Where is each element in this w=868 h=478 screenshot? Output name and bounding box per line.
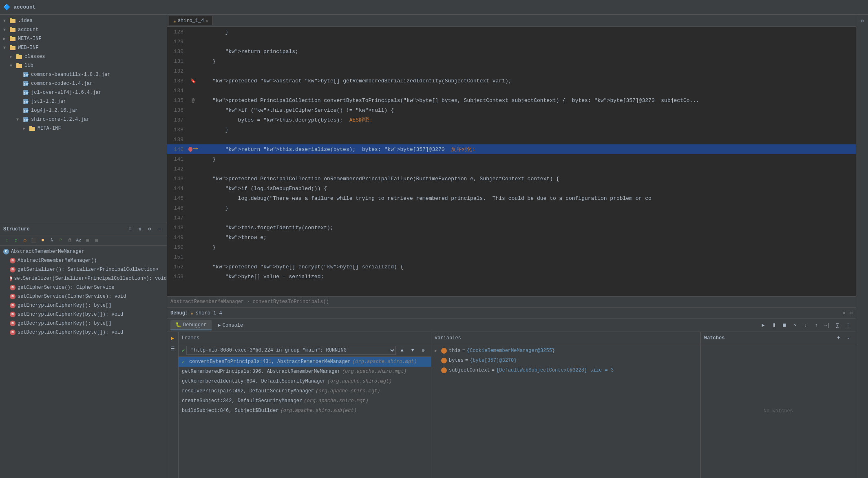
- show-annotations-icon[interactable]: @: [66, 237, 73, 244]
- line-number: 136: [167, 107, 188, 113]
- editor-tab-shiro[interactable]: ☕ shiro_1_4 ✕: [169, 16, 212, 25]
- tree-item[interactable]: ▶classes: [0, 52, 167, 61]
- struct-class-item[interactable]: CAbstractRememberMeManager: [0, 247, 167, 256]
- struct-method-item[interactable]: mAbstractRememberMeManager(): [0, 256, 167, 265]
- tree-item[interactable]: ▼WEB-INF: [0, 43, 167, 52]
- tree-label: classes: [24, 54, 45, 60]
- line-number: 152: [167, 264, 188, 270]
- tree-item[interactable]: ▼jarshiro-core-1.2.4.jar: [0, 115, 167, 124]
- close-tab-btn[interactable]: ✕: [205, 18, 208, 23]
- code-line: 132: [167, 66, 856, 76]
- struct-method-item[interactable]: mgetDecryptionCipherKey(): byte[]: [0, 319, 167, 328]
- settings-btn[interactable]: ⚙: [146, 225, 154, 233]
- tree-item[interactable]: ▼lib: [0, 61, 167, 70]
- resume-btn[interactable]: ▶: [759, 321, 768, 330]
- tree-item[interactable]: jarcommons-beanutils-1.8.3.jar: [0, 70, 167, 79]
- step-out-btn[interactable]: ↑: [812, 321, 821, 330]
- step-over-btn[interactable]: ↷: [791, 321, 800, 330]
- thread-status-icon: ✔: [182, 347, 185, 354]
- thread-nav-down-btn[interactable]: ▼: [408, 346, 417, 355]
- struct-method-item[interactable]: msetDecryptionCipherKey(byte[]): void: [0, 328, 167, 337]
- line-code-text: "kw">protected "kw">byte[] encrypt("kw">…: [198, 264, 856, 270]
- group-by-visibility-icon[interactable]: ⊞: [84, 237, 91, 244]
- show-methods-icon[interactable]: ■: [39, 237, 46, 244]
- struct-method-label: setDecryptionCipherKey(byte[]): void: [18, 330, 123, 335]
- tree-item[interactable]: jarcommons-codec-1.4.jar: [0, 79, 167, 88]
- stop-btn[interactable]: ⏹: [780, 321, 789, 330]
- tree-item[interactable]: ▶META-INF: [0, 124, 167, 133]
- frame-item[interactable]: ✔convertBytesToPrincipals:431, AbstractR…: [179, 357, 431, 367]
- tree-label: commons-codec-1.4.jar: [31, 81, 93, 86]
- run-to-cursor-btn[interactable]: →|: [822, 321, 831, 330]
- frame-item[interactable]: getRememberedIdentity:604, DefaultSecuri…: [179, 376, 431, 386]
- add-watch-btn[interactable]: +: [835, 334, 843, 342]
- sort-alpha-btn[interactable]: ≡: [126, 225, 134, 233]
- current-thread-btn[interactable]: ▶: [168, 334, 177, 343]
- svg-rect-25: [29, 126, 32, 127]
- frame-item[interactable]: createSubject:342, DefaultSecurityManage…: [179, 396, 431, 406]
- alphabetically-icon[interactable]: Az: [75, 237, 82, 244]
- watches-header: Watches + -: [701, 332, 856, 344]
- struct-method-item[interactable]: msetEncryptionCipherKey(byte[]): void: [0, 310, 167, 319]
- tab-console[interactable]: ▶ Console: [213, 321, 248, 330]
- frame-item[interactable]: getRememberedPrincipals:396, AbstractRem…: [179, 367, 431, 376]
- tree-item[interactable]: ▼account: [0, 25, 167, 34]
- tree-icon: [9, 18, 16, 24]
- frame-item[interactable]: buildSubject:846, Subject$Builder (org.a…: [179, 406, 431, 416]
- expand-all-icon[interactable]: ↕: [3, 237, 11, 244]
- svg-text:jar: jar: [24, 91, 29, 95]
- more-options-btn[interactable]: ⋮: [844, 321, 853, 330]
- thread-filter-btn[interactable]: ⊜: [419, 346, 428, 355]
- show-fields-icon[interactable]: ⬛: [30, 237, 38, 244]
- tree-item[interactable]: ▶META-INF: [0, 34, 167, 43]
- var-name-text: bytes: [449, 358, 464, 363]
- close-structure-btn[interactable]: —: [155, 225, 163, 233]
- collapse-all-icon[interactable]: ↧: [12, 237, 20, 244]
- struct-method-item[interactable]: mgetSerializer(): Serializer<PrincipalCo…: [0, 265, 167, 274]
- struct-method-item[interactable]: mgetCipherService(): CipherService: [0, 283, 167, 292]
- line-number: 138: [167, 127, 188, 133]
- tree-icon: jar: [22, 80, 29, 87]
- show-inherited-icon[interactable]: ◯: [21, 237, 29, 244]
- line-code-text: }: [198, 29, 856, 35]
- filter-icon[interactable]: ⊟: [93, 237, 100, 244]
- step-into-btn[interactable]: ↓: [801, 321, 810, 330]
- var-item[interactable]: bytes = {byte[357]@3270}: [431, 356, 700, 365]
- thread-dropdown[interactable]: "http-nio-8080-exec-3"@3,224 in group "m…: [186, 346, 396, 355]
- debug-close-icon[interactable]: ✕: [843, 310, 846, 316]
- line-number: 144: [167, 186, 188, 192]
- thread-list-btn[interactable]: ☰: [168, 344, 177, 353]
- struct-method-item[interactable]: msetSerializer(Serializer<PrincipalColle…: [0, 274, 167, 283]
- show-anonymous-icon[interactable]: λ: [48, 237, 55, 244]
- var-item[interactable]: ▶this = {CookieRememberMeManager@3255}: [431, 346, 700, 356]
- code-line: 140⭢ "kw">return "kw">this.deserialize(b…: [167, 144, 856, 154]
- svg-rect-4: [10, 37, 15, 41]
- pause-btn[interactable]: ⏸: [769, 321, 778, 330]
- tree-item[interactable]: jarlog4j-1.2.16.jar: [0, 106, 167, 115]
- sort-outline-btn[interactable]: ⇅: [136, 225, 144, 233]
- debug-settings-icon[interactable]: ⚙: [850, 310, 853, 316]
- show-public-icon[interactable]: P: [57, 237, 64, 244]
- var-value-text: {DefaultWebSubjectContext@3228} size = 3: [496, 367, 614, 373]
- struct-method-item[interactable]: msetCipherService(CipherService): void: [0, 292, 167, 301]
- remove-watch-btn[interactable]: -: [844, 334, 853, 342]
- struct-method-item[interactable]: mgetEncryptionCipherKey(): byte[]: [0, 301, 167, 310]
- var-name-text: subjectContext: [449, 367, 490, 373]
- thread-nav-up-btn[interactable]: ▲: [398, 346, 406, 355]
- tree-item[interactable]: jarjstl-1.2.jar: [0, 97, 167, 106]
- tree-item[interactable]: jarjcl-over-slf4j-1.6.4.jar: [0, 88, 167, 97]
- evaluate-expression-btn[interactable]: ∑: [833, 321, 842, 330]
- right-settings-btn[interactable]: ⚙: [858, 16, 867, 25]
- line-number: 143: [167, 176, 188, 182]
- line-code-text: "kw">protected "kw">abstract "kw">byte[]…: [198, 78, 856, 84]
- method-badge: m: [10, 321, 15, 326]
- frame-item[interactable]: resolvePrincipals:492, DefaultSecurityMa…: [179, 386, 431, 396]
- tree-label: shiro-core-1.2.4.jar: [31, 117, 90, 122]
- line-code-text: "kw">if (log.isDebugEnabled()) {: [198, 186, 856, 192]
- frame-class-text: (org.apache.shiro.mgt): [327, 378, 392, 384]
- no-watches-text: No watches: [764, 408, 793, 414]
- var-item[interactable]: subjectContext = {DefaultWebSubjectConte…: [431, 365, 700, 375]
- tab-debugger[interactable]: 🐛 Debugger: [170, 320, 212, 330]
- code-line: 151: [167, 252, 856, 262]
- tree-item[interactable]: ▼.idea: [0, 16, 167, 25]
